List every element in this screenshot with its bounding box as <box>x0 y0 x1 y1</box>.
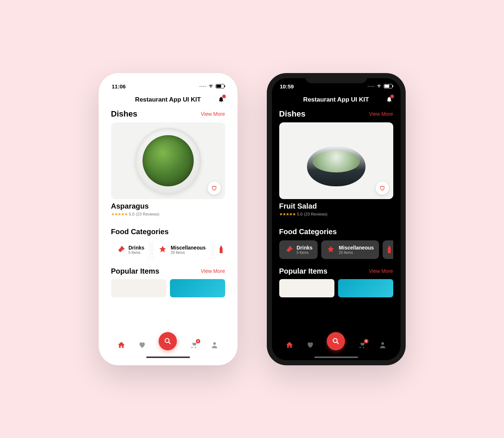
bottle-icon <box>385 245 393 254</box>
dish-card[interactable] <box>279 122 393 199</box>
categories-row[interactable]: Drinks 5 Items Miscellaneous 20 Items <box>279 240 393 259</box>
bottle-icon <box>217 245 225 254</box>
signal-icon <box>368 86 374 87</box>
phone-dark: 10:59 Restaurant App UI KIT Dishes View … <box>267 73 406 365</box>
notch <box>305 73 367 83</box>
notification-badge <box>390 95 394 98</box>
rating-reviews: (23 Reviews) <box>304 212 327 216</box>
favorite-button[interactable] <box>208 182 221 195</box>
popular-header: Popular Items View More <box>111 267 225 275</box>
heart-icon <box>138 341 146 349</box>
category-partial[interactable] <box>383 240 393 259</box>
nav-cart[interactable]: 3 <box>357 340 366 349</box>
dish-name: Fruit Salad <box>279 202 393 210</box>
svg-point-3 <box>381 342 384 344</box>
status-icons <box>368 84 393 88</box>
search-fab[interactable] <box>159 332 177 350</box>
dishes-header: Dishes View More <box>279 109 393 119</box>
nav-cart[interactable]: 3 <box>189 340 198 349</box>
app-title: Restaurant App UI KIT <box>135 96 201 103</box>
content: Dishes View More Asparagus ★★★★★ 5.0 (23… <box>104 107 232 334</box>
dish-rating: ★★★★★ 5.0 (23 Reviews) <box>111 212 225 217</box>
dish-rating: ★★★★★ 5.0 (23 Reviews) <box>279 212 393 217</box>
category-drinks[interactable]: Drinks 5 Items <box>279 240 318 259</box>
signal-icon <box>200 86 206 87</box>
view-more-popular[interactable]: View More <box>369 268 393 274</box>
search-icon <box>332 337 340 345</box>
status-bar: 11:06 <box>104 78 232 91</box>
leaf-icon <box>326 245 335 254</box>
screen-light: 11:06 Restaurant App UI KIT Dishes View … <box>104 78 232 360</box>
category-name: Drinks <box>129 245 145 251</box>
popular-row[interactable] <box>111 279 225 294</box>
app-title: Restaurant App UI KIT <box>303 96 369 103</box>
dishes-title: Dishes <box>279 109 306 119</box>
categories-row[interactable]: Drinks 5 Items Miscellaneous 20 Items <box>111 240 225 259</box>
svg-point-2 <box>333 338 337 342</box>
popular-item[interactable] <box>170 279 225 297</box>
category-count: 5 Items <box>129 251 145 255</box>
notification-badge <box>222 95 226 98</box>
popular-item[interactable] <box>111 279 166 297</box>
popular-title: Popular Items <box>111 267 159 275</box>
view-more-popular[interactable]: View More <box>201 268 225 274</box>
nav-profile[interactable] <box>378 340 387 349</box>
content: Dishes View More Fruit Salad ★★★★★ 5.0 (… <box>272 107 401 334</box>
category-count: 20 Items <box>339 251 374 255</box>
rating-value: 5.0 <box>129 212 134 216</box>
search-fab[interactable] <box>327 332 345 350</box>
user-icon <box>211 341 219 349</box>
stars-icon: ★★★★★ <box>279 212 296 217</box>
wifi-icon <box>208 84 214 88</box>
search-icon <box>164 337 172 345</box>
view-more-dishes[interactable]: View More <box>369 111 393 117</box>
phone-light: 11:06 Restaurant App UI KIT Dishes View … <box>99 73 238 365</box>
notifications-button[interactable] <box>218 96 224 103</box>
category-name: Miscellaneous <box>171 245 206 251</box>
status-time: 11:06 <box>112 83 126 89</box>
category-misc[interactable]: Miscellaneous 20 Items <box>321 240 379 259</box>
popular-row[interactable] <box>279 279 393 294</box>
category-partial[interactable] <box>215 240 225 259</box>
category-name: Miscellaneous <box>339 245 374 251</box>
favorite-button[interactable] <box>376 182 389 195</box>
category-drinks[interactable]: Drinks 5 Items <box>111 240 150 259</box>
stars-icon: ★★★★★ <box>111 212 128 217</box>
dish-card[interactable] <box>111 122 225 199</box>
leaf-icon <box>158 245 167 254</box>
user-icon <box>379 341 387 349</box>
dishes-header: Dishes View More <box>111 109 225 119</box>
category-count: 20 Items <box>171 251 206 255</box>
category-name: Drinks <box>297 245 313 251</box>
popular-header: Popular Items View More <box>279 267 393 275</box>
wifi-icon <box>376 84 382 88</box>
rating-reviews: (23 Reviews) <box>136 212 159 216</box>
bottle-icon <box>284 245 293 254</box>
screen-dark: 10:59 Restaurant App UI KIT Dishes View … <box>272 78 401 360</box>
categories-header: Food Categories <box>111 228 225 236</box>
cart-badge: 3 <box>364 339 368 343</box>
nav-favorites[interactable] <box>138 340 147 349</box>
categories-header: Food Categories <box>279 228 393 236</box>
category-misc[interactable]: Miscellaneous 20 Items <box>153 240 211 259</box>
svg-point-1 <box>213 342 216 344</box>
home-indicator <box>314 357 358 358</box>
popular-item[interactable] <box>338 279 393 297</box>
categories-title: Food Categories <box>111 228 169 236</box>
categories-title: Food Categories <box>279 228 337 236</box>
nav-home[interactable] <box>117 340 126 349</box>
home-icon <box>117 341 125 349</box>
status-time: 10:59 <box>280 83 294 89</box>
dishes-title: Dishes <box>111 109 137 119</box>
heart-icon <box>211 185 217 191</box>
bottle-icon <box>116 245 125 254</box>
cart-badge: 3 <box>196 339 200 343</box>
popular-item[interactable] <box>279 279 334 297</box>
view-more-dishes[interactable]: View More <box>201 111 225 117</box>
nav-favorites[interactable] <box>306 340 315 349</box>
notifications-button[interactable] <box>386 96 393 103</box>
home-icon <box>285 341 293 349</box>
nav-home[interactable] <box>285 340 294 349</box>
nav-profile[interactable] <box>210 340 219 349</box>
dish-name: Asparagus <box>111 202 225 210</box>
